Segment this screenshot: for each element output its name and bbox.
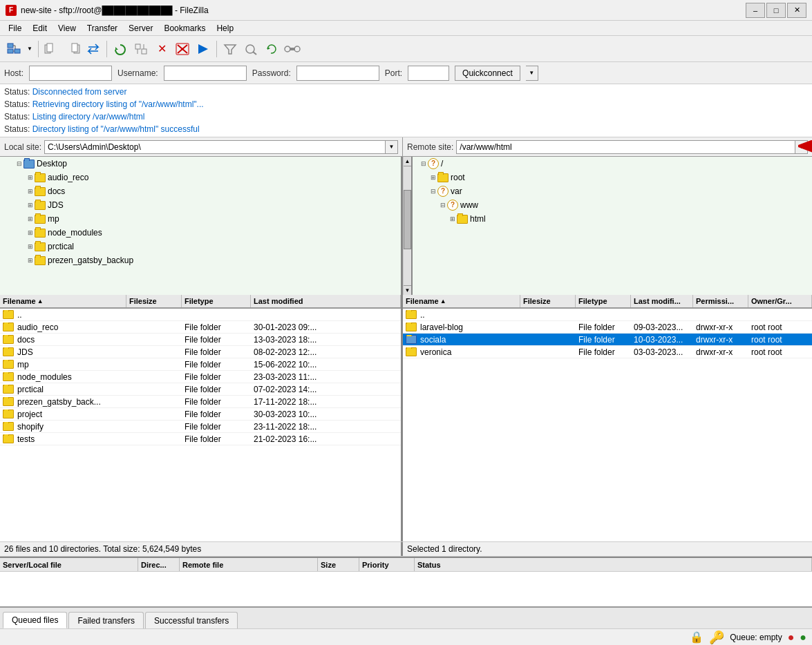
quick-action-button[interactable]: [193, 39, 213, 59]
remote-col-perms-header[interactable]: Permissi...: [693, 295, 748, 307]
cancel-button[interactable]: ✕: [152, 39, 171, 59]
local-modified-jds: 08-02-2023 12:...: [251, 347, 401, 357]
filter-toggle-button[interactable]: [220, 39, 240, 59]
tree-item-prezen[interactable]: ⊞ prezen_gatsby_backup: [0, 253, 401, 267]
status-line-4: Status: Directory listing of "/var/www/h…: [4, 123, 808, 135]
local-file-row-prctical[interactable]: prctical File folder 07-02-2023 14:...: [0, 383, 401, 396]
local-file-row-docs[interactable]: docs File folder 13-03-2023 18:...: [0, 334, 401, 346]
local-tree-scroll-up[interactable]: ▲: [404, 157, 411, 166]
remote-site-path[interactable]: [456, 140, 795, 154]
remote-col-modified-header[interactable]: Last modifi...: [631, 295, 693, 307]
refresh2-button[interactable]: [262, 39, 281, 59]
tree-item-mp[interactable]: ⊞ mp: [0, 212, 401, 226]
red-circle-icon: ●: [788, 631, 795, 644]
remote-col-owner-header[interactable]: Owner/Gr...: [748, 295, 812, 307]
local-modified-tests: 21-02-2023 16:...: [251, 434, 401, 444]
site-manager-dropdown[interactable]: ▼: [25, 39, 35, 59]
tree-item-jds[interactable]: ⊞ JDS: [0, 198, 401, 212]
view-options-button[interactable]: [283, 39, 302, 59]
tree-item-audio-reco[interactable]: ⊞ audio_reco: [0, 171, 401, 184]
tab-queued-files[interactable]: Queued files: [3, 612, 67, 628]
local-tree-scrollbar[interactable]: ▲ ▼: [403, 157, 413, 295]
close-button[interactable]: ✕: [787, 3, 806, 18]
menubar-item-edit[interactable]: Edit: [27, 22, 53, 35]
remote-col-filesize-header[interactable]: Filesize: [520, 295, 576, 307]
local-modified-prctical: 07-02-2023 14:...: [251, 385, 401, 394]
tree-item-docs[interactable]: ⊞ docs: [0, 184, 401, 198]
local-filetype-prezen: File folder: [182, 397, 251, 407]
host-input[interactable]: [29, 66, 112, 81]
tree-panels: ⊟ Desktop ⊞ audio_reco ⊞ docs ⊞ JDS ⊞ mp: [0, 157, 812, 295]
local-col-modified-header[interactable]: Last modified: [251, 295, 401, 307]
local-tree-scroll-down[interactable]: ▼: [404, 285, 411, 295]
tab-successful-transfers-label: Successful transfers: [154, 616, 229, 626]
menubar-item-file[interactable]: File: [3, 22, 27, 35]
cancel-all-button[interactable]: [173, 39, 192, 59]
local-filename-prezen: prezen_gatsby_back...: [17, 397, 101, 407]
local-col-filesize-header[interactable]: Filesize: [126, 295, 182, 307]
tree-item-node-modules[interactable]: ⊞ node_modules: [0, 226, 401, 240]
local-file-row-project[interactable]: project File folder 30-03-2023 10:...: [0, 408, 401, 421]
quickconnect-dropdown[interactable]: ▼: [526, 66, 538, 81]
remote-to-local-button[interactable]: [63, 39, 82, 59]
tree-item-desktop[interactable]: ⊟ Desktop: [0, 157, 401, 171]
search-button[interactable]: [241, 39, 261, 59]
transfer-arrows-button[interactable]: [84, 39, 103, 59]
sync-browse-button[interactable]: [131, 39, 151, 59]
minimize-button[interactable]: –: [746, 3, 765, 18]
transfer-col-priority[interactable]: Priority: [359, 558, 415, 571]
local-file-row-node-modules[interactable]: node_modules File folder 23-03-2023 11:.…: [0, 371, 401, 383]
local-tree-scroll-thumb[interactable]: [404, 190, 411, 249]
local-site-path[interactable]: [44, 140, 386, 154]
transfer-col-status[interactable]: Status: [415, 558, 812, 571]
local-file-row-audio-reco[interactable]: audio_reco File folder 30-01-2023 09:...: [0, 321, 401, 334]
local-file-row-prezen[interactable]: prezen_gatsby_back... File folder 17-11-…: [0, 396, 401, 408]
menubar-item-view[interactable]: View: [53, 22, 82, 35]
remote-sort-arrow: ▲: [440, 298, 446, 305]
menubar-item-help[interactable]: Help: [211, 22, 239, 35]
tree-item-prctical[interactable]: ⊞ prctical: [0, 240, 401, 253]
tree-item-www[interactable]: ⊟ ? www: [413, 198, 812, 212]
local-col-filetype-header[interactable]: Filetype: [182, 295, 251, 307]
remote-col-filetype-header[interactable]: Filetype: [576, 295, 631, 307]
local-file-row-shopify[interactable]: shopify File folder 23-11-2022 18:...: [0, 421, 401, 433]
local-file-row-tests[interactable]: tests File folder 21-02-2023 16:...: [0, 433, 401, 445]
transfer-col-remote-file[interactable]: Remote file: [180, 558, 318, 571]
tree-label-prctical: prctical: [48, 240, 74, 253]
transfer-col-direction[interactable]: Direc...: [138, 558, 180, 571]
local-filename-jds: JDS: [17, 347, 33, 357]
local-file-row-mp[interactable]: mp File folder 15-06-2022 10:...: [0, 358, 401, 371]
remote-file-parent[interactable]: ..: [403, 309, 812, 321]
tab-failed-transfers[interactable]: Failed transfers: [68, 612, 144, 628]
local-to-remote-button[interactable]: [42, 39, 62, 59]
tree-item-root[interactable]: ⊞ root: [413, 171, 812, 184]
green-circle-icon: ●: [800, 631, 806, 644]
password-input[interactable]: [296, 66, 379, 81]
menubar-item-bookmarks[interactable]: Bookmarks: [158, 22, 211, 35]
local-filename-project: project: [17, 410, 42, 419]
remote-file-row-laravel-blog[interactable]: laravel-blog File folder 09-03-2023... d…: [403, 321, 812, 334]
maximize-button[interactable]: □: [766, 3, 786, 18]
port-input[interactable]: [408, 66, 449, 81]
menubar-item-transfer[interactable]: Transfer: [82, 22, 123, 35]
menubar-item-server[interactable]: Server: [123, 22, 158, 35]
remote-col-filename-header[interactable]: Filename ▲: [403, 295, 520, 307]
transfer-col-local-file[interactable]: Server/Local file: [0, 558, 138, 571]
remote-site-dropdown[interactable]: ▼: [795, 140, 808, 154]
tree-item-var[interactable]: ⊟ ? var: [413, 184, 812, 198]
username-input[interactable]: [164, 66, 247, 81]
tree-item-html[interactable]: ⊞ html: [413, 212, 812, 226]
remote-file-row-sociala[interactable]: sociala File folder 10-03-2023... drwxr-…: [403, 334, 812, 346]
local-site-dropdown[interactable]: ▼: [386, 140, 398, 154]
transfer-col-size[interactable]: Size: [318, 558, 359, 571]
quickconnect-button[interactable]: Quickconnect: [455, 66, 520, 81]
site-manager-button[interactable]: [3, 39, 25, 59]
local-file-parent[interactable]: ..: [0, 309, 401, 321]
tree-item-root-slash[interactable]: ⊟ ? /: [413, 157, 812, 171]
tab-successful-transfers[interactable]: Successful transfers: [145, 612, 238, 628]
remote-modified-veronica: 03-03-2023...: [631, 347, 693, 357]
refresh-button[interactable]: [111, 39, 130, 59]
remote-file-row-veronica[interactable]: veronica File folder 03-03-2023... drwxr…: [403, 346, 812, 358]
local-col-filename-header[interactable]: Filename ▲: [0, 295, 126, 307]
local-file-row-jds[interactable]: JDS File folder 08-02-2023 12:...: [0, 346, 401, 358]
